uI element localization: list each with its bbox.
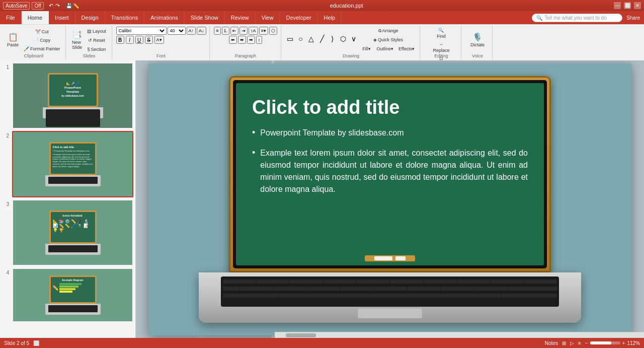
bold-button[interactable]: B [116,36,124,44]
tab-design[interactable]: Design [75,11,105,24]
tab-animations[interactable]: Animations [144,11,184,24]
reset-button[interactable]: ↺Reset [85,36,108,44]
shape-6[interactable]: ⬡ [338,35,348,43]
laptop-wrapper: Click to add title • Powerpoint Template… [148,63,631,335]
numbering-button[interactable]: 1. [222,27,230,35]
font-size-select[interactable]: 40 [168,27,186,35]
autosave-label[interactable]: AutoSave [3,2,30,10]
share-button[interactable]: Share [626,15,640,21]
slide-item-4[interactable]: 4 Example Diagram ✏️ [2,268,133,322]
search-box[interactable]: 🔍 Tell me what you want to do [532,14,622,22]
font-color-button[interactable]: A▾ [154,36,164,44]
tab-home[interactable]: Home [22,11,49,24]
italic-button[interactable]: I [126,36,134,44]
convert-smartart-button[interactable]: ⬡ [269,27,277,35]
format-painter-label: Format Painter [30,46,60,51]
slide-thumb-1[interactable]: 📐 ✈️ 🖊️ PowerPointTemplate by slidesbase… [12,62,133,129]
format-painter-button[interactable]: 🖌️Format Painter [22,45,62,53]
slide-item-3[interactable]: 3 Icons Included: 📐 📚 ⚙️ ✏️ 🎓 🔬 📊 ✏️ 📏 🖊… [2,199,133,266]
slide-thumb-3[interactable]: Icons Included: 📐 📚 ⚙️ ✏️ 🎓 🔬 📊 ✏️ 📏 🖊️ … [12,199,133,266]
text-direction-button[interactable]: ↕A [249,27,258,35]
decrease-indent-button[interactable]: ⇤ [230,27,238,35]
key [390,280,424,284]
tab-help[interactable]: Help [318,11,342,24]
tab-review[interactable]: Review [225,11,256,24]
font-size-up-button[interactable]: A↑ [187,27,196,35]
laptop: Click to add title • Powerpoint Template… [199,76,581,323]
spacebar-key [279,294,501,298]
view-slide-button[interactable]: ▷ [570,340,574,346]
close-button[interactable]: ✕ [634,2,641,9]
shape-7[interactable]: ∨ [349,35,359,43]
shape-4[interactable]: ╱ [317,35,327,43]
font-size-down-button[interactable]: A↓ [197,27,206,35]
cut-button[interactable]: ✂️Cut [22,28,62,36]
find-label: Find [437,34,446,39]
ribbon-content: 📋 Paste ✂️Cut 📄Copy 🖌️Format Painter Cli… [0,24,644,60]
undo-icon[interactable]: ↶ [49,3,53,9]
keyboard-row-3 [223,294,557,298]
increase-indent-button[interactable]: ⇥ [239,27,248,35]
shape-1[interactable]: ▭ [285,35,295,43]
autosave-state[interactable]: Off [32,2,43,10]
slide-4-diagram: ✏️ [52,283,94,293]
quick-styles-button[interactable]: ◈ Quick Styles [360,36,417,44]
shape-2[interactable]: ○ [296,35,306,43]
dictate-button[interactable]: 🎙️ Dictate [468,27,487,54]
replace-button[interactable]: ↔Replace [431,41,451,54]
zoom-slider[interactable] [590,341,620,344]
tab-transitions[interactable]: Transitions [105,11,144,24]
board-title[interactable]: Click to add title [252,97,528,118]
copy-button[interactable]: 📄Copy [22,36,62,44]
align-text-button[interactable]: ≡▾ [259,27,268,35]
horizontal-scrollbar-thumb[interactable] [286,333,316,337]
shape-5[interactable]: ⟩ [328,35,338,43]
shape-outline-button[interactable]: Outline▾ [375,45,396,53]
align-right-button[interactable]: ➡ [247,36,255,44]
shape-effects-button[interactable]: Effects▾ [396,45,417,53]
shape-3[interactable]: △ [306,35,316,43]
key [273,287,306,291]
strikethrough-button[interactable]: S [145,36,153,44]
section-button[interactable]: §Section [85,45,108,53]
paste-button[interactable]: 📋 Paste [5,27,21,54]
tab-developer[interactable]: Developer [280,11,317,24]
font-family-select[interactable]: Calibri [116,27,167,35]
zoom-in-button[interactable]: + [622,340,625,346]
line-spacing-button[interactable]: ↕ [256,36,263,44]
tab-insert[interactable]: Insert [49,11,75,24]
view-reading-button[interactable]: ≡ [578,340,581,346]
slide-thumb-2[interactable]: Click to add title • Powerpoint Template… [12,131,133,197]
align-left-button[interactable]: ⬅ [229,36,237,44]
horizontal-scrollbar[interactable] [275,332,644,338]
slide-thumb-4[interactable]: Example Diagram ✏️ [12,268,133,322]
slide-item-2[interactable]: 2 Click to add title • Powerpoint Templa… [2,131,133,197]
key [307,287,340,291]
slide-panel[interactable]: 1 📐 ✈️ 🖊️ PowerPointTemplate by slidesba… [0,60,136,338]
align-center-button[interactable]: ⬌ [238,36,246,44]
font-format-row: B I U S A▾ [116,36,164,44]
key [474,287,507,291]
restore-button[interactable]: ⬜ [624,2,631,9]
chalkboard[interactable]: Click to add title • Powerpoint Template… [236,83,544,265]
shape-fill-button[interactable]: Fill▾ [360,45,374,53]
layout-button[interactable]: ▤Layout [85,27,108,35]
key [257,280,290,284]
new-slide-button[interactable]: 📑 NewSlide [70,27,84,54]
find-button[interactable]: 🔍Find [434,27,448,40]
tab-slideshow[interactable]: Slide Show [185,11,225,24]
view-normal-button[interactable]: ⊞ [562,340,566,346]
paragraph-row1: ≡ 1. ⇤ ⇥ ↕A ≡▾ ⬡ [214,27,277,35]
underline-button[interactable]: U [135,36,143,44]
slide-2-base [45,175,101,186]
tab-file[interactable]: File [0,11,22,24]
status-right: Notes ⊞ ▷ ≡ − + 112% [545,340,640,346]
zoom-out-button[interactable]: − [585,340,588,346]
redo-icon[interactable]: ↷ [55,3,60,9]
slide-item-1[interactable]: 1 📐 ✈️ 🖊️ PowerPointTemplate by slidesba… [2,62,133,129]
notes-button[interactable]: Notes [545,340,558,346]
minimize-button[interactable]: — [614,2,621,9]
bullets-button[interactable]: ≡ [214,27,220,35]
arrange-button[interactable]: ⧉ Arrange [360,27,417,35]
tab-view[interactable]: View [256,11,280,24]
